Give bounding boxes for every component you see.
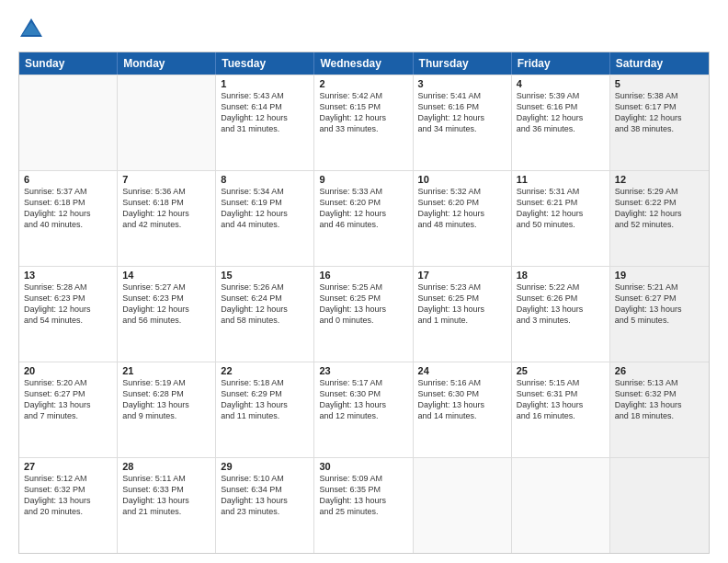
day-cell-25: 25Sunrise: 5:15 AM Sunset: 6:31 PM Dayli… [512, 362, 610, 457]
weekday-header-tuesday: Tuesday [216, 52, 314, 75]
cell-info: Sunrise: 5:34 AM Sunset: 6:19 PM Dayligh… [221, 186, 309, 231]
day-cell-18: 18Sunrise: 5:22 AM Sunset: 6:26 PM Dayli… [512, 267, 610, 362]
day-number: 19 [615, 270, 704, 281]
day-cell-9: 9Sunrise: 5:33 AM Sunset: 6:20 PM Daylig… [314, 171, 413, 266]
weekday-header-saturday: Saturday [610, 52, 709, 75]
calendar-header-row: SundayMondayTuesdayWednesdayThursdayFrid… [19, 52, 709, 75]
cell-info: Sunrise: 5:18 AM Sunset: 6:29 PM Dayligh… [221, 377, 309, 422]
day-number: 7 [122, 174, 210, 185]
cell-info: Sunrise: 5:20 AM Sunset: 6:27 PM Dayligh… [24, 377, 112, 422]
day-number: 23 [319, 365, 407, 376]
day-number: 25 [517, 365, 605, 376]
day-cell-12: 12Sunrise: 5:29 AM Sunset: 6:22 PM Dayli… [610, 171, 709, 266]
day-cell-19: 19Sunrise: 5:21 AM Sunset: 6:27 PM Dayli… [610, 267, 709, 362]
cell-info: Sunrise: 5:25 AM Sunset: 6:25 PM Dayligh… [319, 282, 407, 327]
day-cell-2: 2Sunrise: 5:42 AM Sunset: 6:15 PM Daylig… [314, 75, 413, 170]
day-number: 12 [615, 174, 704, 185]
cell-info: Sunrise: 5:23 AM Sunset: 6:25 PM Dayligh… [418, 282, 506, 327]
cell-info: Sunrise: 5:29 AM Sunset: 6:22 PM Dayligh… [615, 186, 704, 231]
day-cell-1: 1Sunrise: 5:43 AM Sunset: 6:14 PM Daylig… [216, 75, 314, 170]
empty-cell-r4c4 [414, 458, 512, 553]
logo [18, 17, 48, 42]
cell-info: Sunrise: 5:22 AM Sunset: 6:26 PM Dayligh… [517, 282, 605, 327]
day-number: 9 [319, 174, 407, 185]
cell-info: Sunrise: 5:32 AM Sunset: 6:20 PM Dayligh… [418, 186, 506, 231]
day-cell-24: 24Sunrise: 5:16 AM Sunset: 6:30 PM Dayli… [414, 362, 512, 457]
day-number: 8 [221, 174, 309, 185]
day-number: 14 [122, 270, 210, 281]
day-number: 27 [24, 461, 112, 472]
cell-info: Sunrise: 5:37 AM Sunset: 6:18 PM Dayligh… [24, 186, 112, 231]
day-number: 15 [221, 270, 309, 281]
day-number: 1 [221, 78, 309, 89]
calendar-row-2: 6Sunrise: 5:37 AM Sunset: 6:18 PM Daylig… [19, 170, 709, 266]
day-number: 20 [24, 365, 112, 376]
day-number: 28 [122, 461, 210, 472]
cell-info: Sunrise: 5:31 AM Sunset: 6:21 PM Dayligh… [517, 186, 605, 231]
day-number: 10 [418, 174, 506, 185]
day-cell-16: 16Sunrise: 5:25 AM Sunset: 6:25 PM Dayli… [314, 267, 413, 362]
day-cell-8: 8Sunrise: 5:34 AM Sunset: 6:19 PM Daylig… [216, 171, 314, 266]
cell-info: Sunrise: 5:39 AM Sunset: 6:16 PM Dayligh… [517, 90, 605, 135]
cell-info: Sunrise: 5:27 AM Sunset: 6:23 PM Dayligh… [122, 282, 210, 327]
day-cell-26: 26Sunrise: 5:13 AM Sunset: 6:32 PM Dayli… [610, 362, 709, 457]
day-cell-30: 30Sunrise: 5:09 AM Sunset: 6:35 PM Dayli… [314, 458, 413, 553]
calendar-row-4: 20Sunrise: 5:20 AM Sunset: 6:27 PM Dayli… [19, 362, 709, 457]
day-cell-27: 27Sunrise: 5:12 AM Sunset: 6:32 PM Dayli… [19, 458, 118, 553]
cell-info: Sunrise: 5:09 AM Sunset: 6:35 PM Dayligh… [319, 473, 407, 518]
day-cell-23: 23Sunrise: 5:17 AM Sunset: 6:30 PM Dayli… [314, 362, 413, 457]
calendar-row-3: 13Sunrise: 5:28 AM Sunset: 6:23 PM Dayli… [19, 266, 709, 362]
day-cell-4: 4Sunrise: 5:39 AM Sunset: 6:16 PM Daylig… [512, 75, 610, 170]
cell-info: Sunrise: 5:41 AM Sunset: 6:16 PM Dayligh… [418, 90, 506, 135]
logo-icon [18, 17, 44, 42]
cell-info: Sunrise: 5:36 AM Sunset: 6:18 PM Dayligh… [122, 186, 210, 231]
day-cell-22: 22Sunrise: 5:18 AM Sunset: 6:29 PM Dayli… [216, 362, 314, 457]
calendar: SundayMondayTuesdayWednesdayThursdayFrid… [18, 52, 710, 554]
day-number: 5 [615, 78, 704, 89]
day-number: 26 [615, 365, 704, 376]
cell-info: Sunrise: 5:33 AM Sunset: 6:20 PM Dayligh… [319, 186, 407, 231]
day-cell-5: 5Sunrise: 5:38 AM Sunset: 6:17 PM Daylig… [610, 75, 709, 170]
weekday-header-monday: Monday [118, 52, 216, 75]
cell-info: Sunrise: 5:16 AM Sunset: 6:30 PM Dayligh… [418, 377, 506, 422]
weekday-header-thursday: Thursday [414, 52, 512, 75]
cell-info: Sunrise: 5:11 AM Sunset: 6:33 PM Dayligh… [122, 473, 210, 518]
day-number: 24 [418, 365, 506, 376]
cell-info: Sunrise: 5:10 AM Sunset: 6:34 PM Dayligh… [221, 473, 309, 518]
day-number: 21 [122, 365, 210, 376]
day-number: 17 [418, 270, 506, 281]
day-number: 18 [517, 270, 605, 281]
empty-cell-r4c5 [512, 458, 610, 553]
day-number: 22 [221, 365, 309, 376]
cell-info: Sunrise: 5:42 AM Sunset: 6:15 PM Dayligh… [319, 90, 407, 135]
weekday-header-sunday: Sunday [19, 52, 118, 75]
day-number: 11 [517, 174, 605, 185]
cell-info: Sunrise: 5:15 AM Sunset: 6:31 PM Dayligh… [517, 377, 605, 422]
day-cell-7: 7Sunrise: 5:36 AM Sunset: 6:18 PM Daylig… [118, 171, 216, 266]
day-number: 29 [221, 461, 309, 472]
day-number: 13 [24, 270, 112, 281]
cell-info: Sunrise: 5:13 AM Sunset: 6:32 PM Dayligh… [615, 377, 704, 422]
empty-cell-r0c0 [19, 75, 118, 170]
calendar-body: 1Sunrise: 5:43 AM Sunset: 6:14 PM Daylig… [19, 75, 709, 553]
page: SundayMondayTuesdayWednesdayThursdayFrid… [0, 0, 728, 563]
empty-cell-r0c1 [118, 75, 216, 170]
day-cell-28: 28Sunrise: 5:11 AM Sunset: 6:33 PM Dayli… [118, 458, 216, 553]
day-cell-6: 6Sunrise: 5:37 AM Sunset: 6:18 PM Daylig… [19, 171, 118, 266]
day-cell-17: 17Sunrise: 5:23 AM Sunset: 6:25 PM Dayli… [414, 267, 512, 362]
header [18, 17, 710, 42]
day-number: 2 [319, 78, 407, 89]
day-cell-29: 29Sunrise: 5:10 AM Sunset: 6:34 PM Dayli… [216, 458, 314, 553]
cell-info: Sunrise: 5:17 AM Sunset: 6:30 PM Dayligh… [319, 377, 407, 422]
cell-info: Sunrise: 5:26 AM Sunset: 6:24 PM Dayligh… [221, 282, 309, 327]
day-cell-11: 11Sunrise: 5:31 AM Sunset: 6:21 PM Dayli… [512, 171, 610, 266]
day-number: 16 [319, 270, 407, 281]
svg-marker-1 [22, 22, 40, 35]
day-number: 4 [517, 78, 605, 89]
day-cell-20: 20Sunrise: 5:20 AM Sunset: 6:27 PM Dayli… [19, 362, 118, 457]
calendar-row-5: 27Sunrise: 5:12 AM Sunset: 6:32 PM Dayli… [19, 457, 709, 553]
day-number: 6 [24, 174, 112, 185]
day-cell-21: 21Sunrise: 5:19 AM Sunset: 6:28 PM Dayli… [118, 362, 216, 457]
day-cell-14: 14Sunrise: 5:27 AM Sunset: 6:23 PM Dayli… [118, 267, 216, 362]
day-cell-3: 3Sunrise: 5:41 AM Sunset: 6:16 PM Daylig… [414, 75, 512, 170]
